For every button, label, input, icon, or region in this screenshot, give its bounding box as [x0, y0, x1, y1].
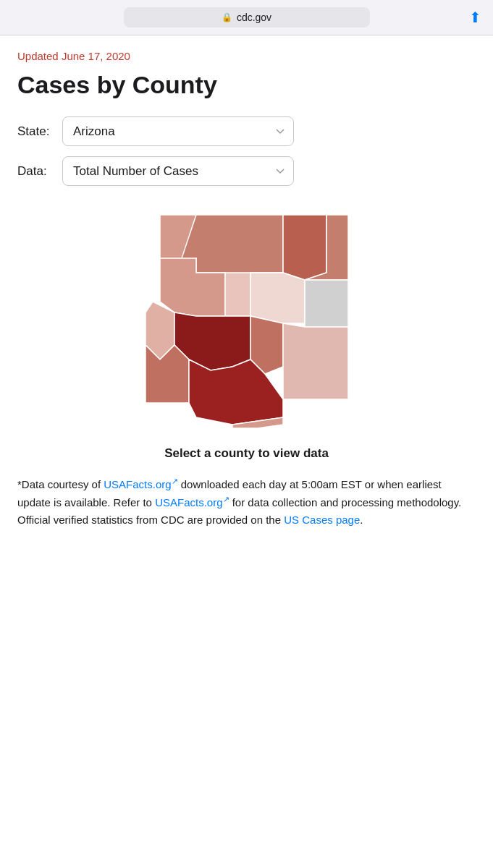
us-cases-link[interactable]: US Cases page [284, 514, 360, 526]
external-link-icon-1: ↗ [172, 477, 178, 485]
usafacts-link-1[interactable]: USAFacts.org↗ [104, 478, 177, 490]
updated-date: Updated June 17, 2020 [17, 50, 476, 62]
arizona-map[interactable] [138, 200, 355, 432]
page-title: Cases by County [17, 71, 476, 99]
external-link-icon-2: ↗ [223, 495, 229, 503]
state-select[interactable]: Arizona Alabama Alaska Arkansas Californ… [62, 116, 294, 146]
cochise-county[interactable] [283, 323, 348, 399]
state-row: State: Arizona Alabama Alaska Arkansas C… [17, 116, 476, 146]
data-note-start: *Data courtesy of [17, 478, 104, 490]
gila-county[interactable] [225, 273, 250, 316]
lock-icon: 🔒 [222, 12, 232, 22]
url-bar[interactable]: 🔒 cdc.gov [124, 7, 370, 27]
share-icon[interactable]: ⬆ [469, 9, 481, 26]
data-note: *Data courtesy of USAFacts.org↗ download… [17, 475, 476, 529]
navajo-county[interactable] [283, 215, 326, 280]
data-label: Data: [17, 164, 54, 179]
map-container [17, 200, 476, 432]
data-select[interactable]: Total Number of Cases Cases per 100,000 … [62, 156, 294, 186]
data-row: Data: Total Number of Cases Cases per 10… [17, 156, 476, 186]
url-text: cdc.gov [237, 12, 271, 23]
greenlee-county[interactable] [305, 280, 348, 327]
graham-county[interactable] [250, 273, 305, 323]
select-county-text: Select a county to view data [17, 446, 476, 461]
data-note-final: . [360, 514, 363, 526]
page-content: Updated June 17, 2020 Cases by County St… [0, 35, 493, 543]
browser-chrome: 🔒 cdc.gov ⬆ [0, 0, 493, 35]
usafacts-link-2[interactable]: USAFacts.org↗ [155, 496, 229, 509]
yuma-county[interactable] [146, 345, 189, 403]
state-label: State: [17, 124, 54, 139]
